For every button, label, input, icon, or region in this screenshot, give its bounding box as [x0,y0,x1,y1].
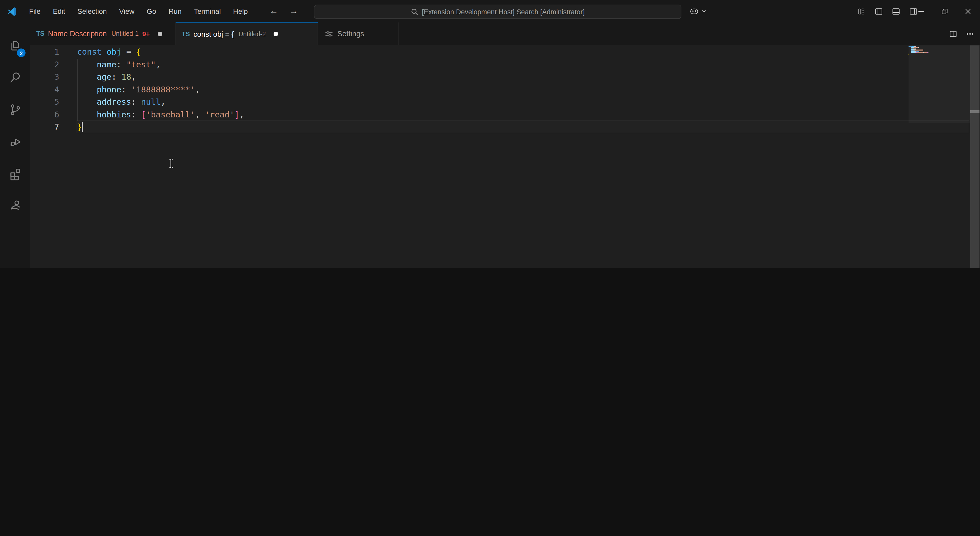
modified-dot-icon[interactable] [158,32,162,36]
customize-layout-button[interactable] [854,4,868,18]
search-view-icon [8,70,22,85]
menu-run[interactable]: Run [162,0,188,22]
menu-terminal[interactable]: Terminal [188,0,227,22]
tab-description: Untitled-2 [239,30,266,38]
close-button[interactable] [956,0,980,22]
line-number[interactable]: 4 [30,83,59,96]
explorer-badge: 2 [17,48,25,57]
vscode-logo-icon [6,6,17,16]
extensions-icon [8,166,22,181]
toggle-panel-icon [891,6,901,16]
forward-arrow-icon[interactable]: → [287,6,300,16]
modified-dot-icon[interactable] [274,32,278,36]
code-lines[interactable]: const obj = { name: "test", age: 18, pho… [77,46,244,134]
more-actions-icon[interactable] [965,29,975,38]
menu-view[interactable]: View [113,0,141,22]
vscode-window: File Edit Selection View Go Run Terminal… [0,0,980,268]
code-line[interactable]: phone: '1888888****', [77,83,244,96]
menu-bar: File Edit Selection View Go Run Terminal… [23,0,254,22]
code-line[interactable]: } [77,121,244,134]
search-placeholder: [Extension Development Host] Search [Adm… [422,8,585,16]
customize-layout-icon [856,6,866,16]
settings-sliders-icon [324,29,334,38]
tab-problems-badge: 9+ [142,30,150,38]
menu-selection[interactable]: Selection [71,0,113,22]
tab-untitled-1[interactable]: TS Name Description Untitled-1 9+ [30,22,176,45]
code-line[interactable]: name: "test", [77,59,244,71]
gutter[interactable]: 1234567 [30,46,59,134]
sidebar-item-run-debug[interactable] [0,129,30,155]
code-editor[interactable]: 1234567 const obj = { name: "test", age:… [30,45,980,268]
custom-extension-view-icon [8,198,22,212]
command-center-search[interactable]: [Extension Development Host] Search [Adm… [314,5,681,19]
copilot-button[interactable] [689,5,706,18]
sidebar-item-custom-view[interactable] [0,192,30,218]
code-line[interactable]: const obj = { [77,46,244,59]
chevron-down-icon [701,9,706,14]
tab-description: Untitled-1 [111,30,138,37]
line-number[interactable]: 5 [30,96,59,108]
restore-button[interactable] [932,0,956,22]
overview-ruler-cursor-marker [970,110,980,113]
text-caret [82,122,83,132]
menu-edit[interactable]: Edit [47,0,71,22]
code-line[interactable]: hobbies: ['baseball', 'read'], [77,108,244,121]
sidebar-item-extensions[interactable] [0,160,30,187]
close-icon [964,7,972,15]
mouse-ibeam-cursor [168,158,174,169]
activity-bar: 2 [0,22,30,268]
minimap-slider[interactable] [908,45,970,123]
typescript-file-icon: TS [182,30,190,38]
code-line[interactable]: age: 18, [77,71,244,83]
line-number[interactable]: 2 [30,59,59,71]
tab-untitled-2[interactable]: TS const obj = { Untitled-2 [176,22,318,45]
toggle-sidebar-icon [874,6,883,16]
tab-title: const obj = { [193,30,234,38]
typescript-file-icon: TS [36,30,45,37]
copilot-icon [689,6,700,17]
restore-icon [940,7,948,15]
minimap-content[interactable] [908,46,970,55]
line-number[interactable]: 7 [30,121,59,134]
menu-help[interactable]: Help [227,0,254,22]
minimize-icon [917,7,924,15]
menu-go[interactable]: Go [141,0,162,22]
vertical-scrollbar-slider[interactable] [970,45,980,268]
line-number[interactable]: 3 [30,71,59,83]
line-number[interactable]: 6 [30,108,59,121]
toggle-panel-button[interactable] [889,4,903,18]
tab-title: Settings [337,30,364,38]
source-control-icon [8,103,22,117]
minimize-button[interactable] [909,0,932,22]
sidebar-item-search[interactable] [0,64,30,91]
tab-title: Name Description [48,30,107,38]
line-number[interactable]: 1 [30,46,59,59]
tab-settings[interactable]: Settings [318,22,399,45]
sidebar-item-source-control[interactable] [0,97,30,123]
run-and-debug-icon [8,135,22,149]
title-bar: File Edit Selection View Go Run Terminal… [0,0,980,22]
menu-file[interactable]: File [23,0,47,22]
split-editor-icon[interactable] [948,29,958,38]
code-line[interactable]: address: null, [77,96,244,108]
back-arrow-icon[interactable]: ← [267,6,280,16]
search-icon [410,8,418,16]
sidebar-item-explorer[interactable]: 2 [0,33,30,59]
toggle-primary-sidebar-button[interactable] [872,4,886,18]
editor-tab-bar: TS Name Description Untitled-1 9+ TS con… [30,22,980,45]
